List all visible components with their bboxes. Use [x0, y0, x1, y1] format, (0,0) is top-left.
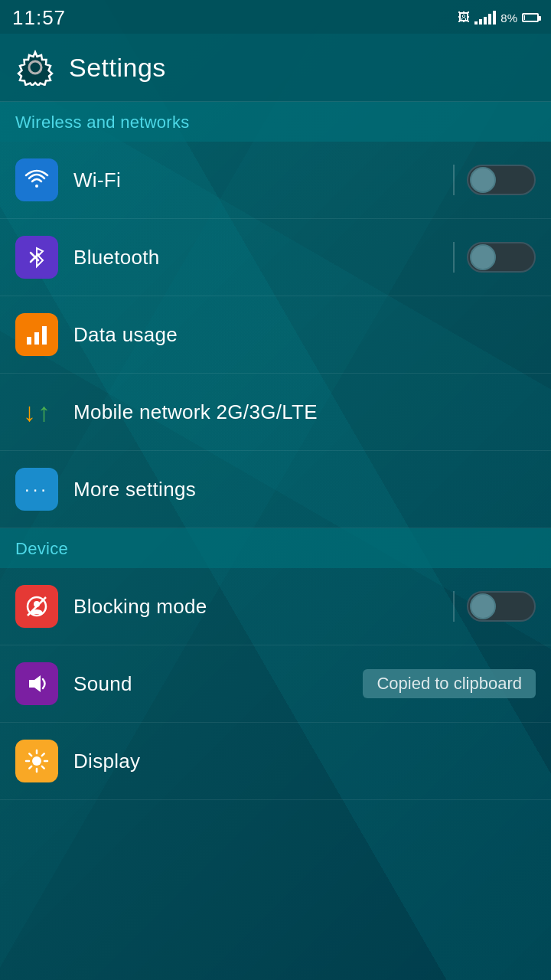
settings-list: Wireless and networks Wi-Fi — [0, 102, 551, 800]
arrow-down-icon: ↓ — [23, 399, 36, 425]
blocking-mode-label: Blocking mode — [73, 595, 453, 619]
settings-item-bluetooth[interactable]: Bluetooth — [0, 219, 551, 296]
settings-gear-icon — [15, 47, 55, 87]
data-usage-label: Data usage — [73, 323, 536, 347]
svg-point-8 — [32, 756, 41, 766]
page-title: Settings — [69, 53, 166, 83]
bluetooth-toggle-thumb — [470, 244, 496, 270]
section-header-device: Device — [0, 528, 551, 568]
svg-rect-2 — [34, 332, 39, 345]
settings-item-mobile-network[interactable]: ↓ ↑ Mobile network 2G/3G/LTE — [0, 374, 551, 451]
settings-item-sound[interactable]: Sound Copied to clipboard — [0, 645, 551, 723]
status-bar: 11:57 🖼 8% — [0, 0, 551, 34]
sound-label: Sound — [73, 672, 354, 696]
settings-item-data-usage[interactable]: Data usage — [0, 296, 551, 374]
battery-icon — [522, 13, 539, 22]
bluetooth-label: Bluetooth — [73, 246, 453, 270]
settings-item-wifi[interactable]: Wi-Fi — [0, 142, 551, 219]
data-usage-icon — [15, 313, 58, 356]
wifi-toggle-container[interactable] — [453, 165, 536, 195]
wifi-label: Wi-Fi — [73, 168, 453, 192]
blocking-mode-icon — [15, 585, 58, 628]
mobile-network-icon: ↓ ↑ — [15, 390, 58, 433]
arrow-up-icon: ↑ — [37, 399, 51, 425]
settings-item-more[interactable]: ··· More settings — [0, 451, 551, 528]
toggle-divider-bt — [453, 242, 455, 273]
clipboard-toast: Copied to clipboard — [363, 669, 536, 698]
svg-rect-1 — [27, 337, 31, 345]
mobile-network-label: Mobile network 2G/3G/LTE — [73, 400, 536, 424]
status-time: 11:57 — [12, 6, 66, 30]
display-icon — [15, 740, 58, 782]
settings-item-display[interactable]: Display — [0, 723, 551, 800]
settings-item-blocking-mode[interactable]: Blocking mode — [0, 568, 551, 645]
more-settings-label: More settings — [73, 478, 536, 501]
page-header: Settings — [0, 34, 551, 102]
bluetooth-toggle[interactable] — [467, 242, 536, 273]
sound-icon — [15, 662, 58, 705]
more-settings-icon: ··· — [15, 468, 58, 511]
display-label: Display — [73, 750, 536, 773]
wifi-toggle[interactable] — [467, 165, 536, 195]
sound-item-content: Sound Copied to clipboard — [73, 669, 536, 698]
toggle-divider-block — [453, 591, 455, 622]
bluetooth-toggle-container[interactable] — [453, 242, 536, 273]
wifi-toggle-thumb — [470, 167, 496, 193]
section-header-wireless: Wireless and networks — [0, 102, 551, 142]
svg-marker-7 — [29, 675, 41, 692]
bluetooth-icon — [15, 236, 58, 279]
blocking-toggle-container[interactable] — [453, 591, 536, 622]
battery-percentage: 8% — [500, 11, 517, 24]
toggle-divider — [453, 165, 455, 195]
blocking-toggle-thumb — [470, 593, 496, 619]
wifi-icon — [15, 158, 58, 201]
svg-rect-3 — [42, 326, 47, 345]
media-icon: 🖼 — [458, 11, 470, 24]
status-icons: 🖼 8% — [458, 11, 539, 24]
dots-icon: ··· — [24, 479, 49, 500]
blocking-toggle[interactable] — [467, 591, 536, 622]
signal-strength-icon — [474, 11, 496, 24]
